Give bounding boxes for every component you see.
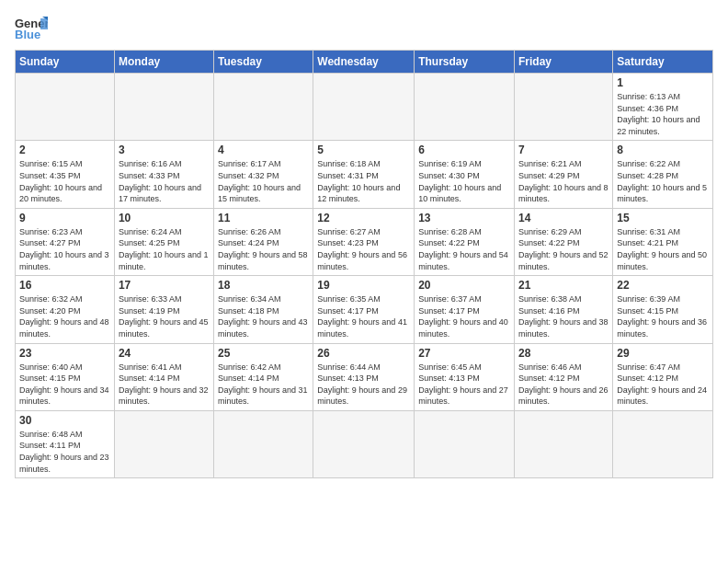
- day-info: Sunrise: 6:27 AM Sunset: 4:23 PM Dayligh…: [317, 226, 410, 272]
- day-info: Sunrise: 6:44 AM Sunset: 4:13 PM Dayligh…: [317, 362, 410, 408]
- calendar-header-monday: Monday: [114, 51, 213, 74]
- calendar-week-row: 1Sunrise: 6:13 AM Sunset: 4:36 PM Daylig…: [16, 74, 713, 141]
- day-number: 19: [317, 279, 410, 292]
- calendar-cell: 15Sunrise: 6:31 AM Sunset: 4:21 PM Dayli…: [613, 208, 713, 275]
- svg-marker-2: [40, 18, 48, 29]
- day-number: 18: [218, 279, 309, 292]
- day-info: Sunrise: 6:23 AM Sunset: 4:27 PM Dayligh…: [19, 226, 110, 272]
- calendar-week-row: 23Sunrise: 6:40 AM Sunset: 4:15 PM Dayli…: [16, 343, 713, 410]
- day-info: Sunrise: 6:38 AM Sunset: 4:16 PM Dayligh…: [518, 293, 609, 339]
- day-info: Sunrise: 6:37 AM Sunset: 4:17 PM Dayligh…: [418, 293, 510, 339]
- calendar-cell: 7Sunrise: 6:21 AM Sunset: 4:29 PM Daylig…: [515, 141, 613, 208]
- calendar-cell: [214, 410, 313, 477]
- calendar-cell: 18Sunrise: 6:34 AM Sunset: 4:18 PM Dayli…: [214, 276, 313, 343]
- day-number: 22: [617, 279, 709, 292]
- calendar-cell: 20Sunrise: 6:37 AM Sunset: 4:17 PM Dayli…: [415, 276, 515, 343]
- calendar-week-row: 9Sunrise: 6:23 AM Sunset: 4:27 PM Daylig…: [16, 208, 713, 275]
- day-number: 15: [617, 212, 709, 224]
- day-info: Sunrise: 6:42 AM Sunset: 4:14 PM Dayligh…: [218, 362, 309, 408]
- day-info: Sunrise: 6:40 AM Sunset: 4:15 PM Dayligh…: [19, 362, 110, 408]
- calendar-cell: 5Sunrise: 6:18 AM Sunset: 4:31 PM Daylig…: [313, 141, 415, 208]
- day-number: 9: [19, 212, 110, 224]
- calendar-cell: [214, 74, 313, 141]
- day-number: 21: [518, 279, 609, 292]
- calendar-cell: 26Sunrise: 6:44 AM Sunset: 4:13 PM Dayli…: [313, 343, 415, 410]
- day-info: Sunrise: 6:19 AM Sunset: 4:30 PM Dayligh…: [418, 158, 510, 204]
- calendar-cell: 21Sunrise: 6:38 AM Sunset: 4:16 PM Dayli…: [515, 276, 613, 343]
- calendar-cell: 16Sunrise: 6:32 AM Sunset: 4:20 PM Dayli…: [16, 276, 115, 343]
- header: General Blue: [15, 15, 713, 40]
- day-number: 4: [218, 144, 309, 156]
- day-info: Sunrise: 6:21 AM Sunset: 4:29 PM Dayligh…: [518, 158, 609, 204]
- calendar-cell: 23Sunrise: 6:40 AM Sunset: 4:15 PM Dayli…: [16, 343, 115, 410]
- calendar-cell: 3Sunrise: 6:16 AM Sunset: 4:33 PM Daylig…: [114, 141, 213, 208]
- calendar-cell: [515, 74, 613, 141]
- calendar-cell: 27Sunrise: 6:45 AM Sunset: 4:13 PM Dayli…: [415, 343, 515, 410]
- day-info: Sunrise: 6:41 AM Sunset: 4:14 PM Dayligh…: [119, 362, 210, 408]
- day-number: 11: [218, 212, 309, 224]
- calendar-cell: 25Sunrise: 6:42 AM Sunset: 4:14 PM Dayli…: [214, 343, 313, 410]
- calendar-cell: 28Sunrise: 6:46 AM Sunset: 4:12 PM Dayli…: [515, 343, 613, 410]
- calendar-cell: 6Sunrise: 6:19 AM Sunset: 4:30 PM Daylig…: [415, 141, 515, 208]
- day-number: 5: [317, 144, 410, 156]
- day-number: 28: [518, 347, 609, 360]
- day-number: 6: [418, 144, 510, 156]
- calendar-cell: [415, 410, 515, 477]
- day-info: Sunrise: 6:26 AM Sunset: 4:24 PM Dayligh…: [218, 226, 309, 272]
- calendar-cell: 4Sunrise: 6:17 AM Sunset: 4:32 PM Daylig…: [214, 141, 313, 208]
- day-info: Sunrise: 6:29 AM Sunset: 4:22 PM Dayligh…: [518, 226, 609, 272]
- calendar-cell: 10Sunrise: 6:24 AM Sunset: 4:25 PM Dayli…: [114, 208, 213, 275]
- generalblue-logo-icon: General Blue: [15, 15, 48, 40]
- day-number: 3: [119, 144, 210, 156]
- day-info: Sunrise: 6:31 AM Sunset: 4:21 PM Dayligh…: [617, 226, 709, 272]
- day-info: Sunrise: 6:15 AM Sunset: 4:35 PM Dayligh…: [19, 158, 110, 204]
- day-info: Sunrise: 6:17 AM Sunset: 4:32 PM Dayligh…: [218, 158, 309, 204]
- calendar-cell: 11Sunrise: 6:26 AM Sunset: 4:24 PM Dayli…: [214, 208, 313, 275]
- day-info: Sunrise: 6:28 AM Sunset: 4:22 PM Dayligh…: [418, 226, 510, 272]
- calendar-header-row: SundayMondayTuesdayWednesdayThursdayFrid…: [16, 51, 713, 74]
- day-info: Sunrise: 6:22 AM Sunset: 4:28 PM Dayligh…: [617, 158, 709, 204]
- day-info: Sunrise: 6:48 AM Sunset: 4:11 PM Dayligh…: [19, 429, 110, 475]
- day-info: Sunrise: 6:47 AM Sunset: 4:12 PM Dayligh…: [617, 362, 709, 408]
- calendar-header-friday: Friday: [515, 51, 613, 74]
- calendar-cell: [313, 410, 415, 477]
- day-number: 23: [19, 347, 110, 360]
- calendar-cell: 9Sunrise: 6:23 AM Sunset: 4:27 PM Daylig…: [16, 208, 115, 275]
- day-number: 14: [518, 212, 609, 224]
- calendar-cell: 30Sunrise: 6:48 AM Sunset: 4:11 PM Dayli…: [16, 410, 115, 477]
- calendar-cell: 13Sunrise: 6:28 AM Sunset: 4:22 PM Dayli…: [415, 208, 515, 275]
- calendar-header-tuesday: Tuesday: [214, 51, 313, 74]
- logo: General Blue: [15, 15, 48, 40]
- calendar-week-row: 16Sunrise: 6:32 AM Sunset: 4:20 PM Dayli…: [16, 276, 713, 343]
- page: General Blue SundayMondayTuesdayWednesda…: [0, 0, 728, 563]
- day-info: Sunrise: 6:39 AM Sunset: 4:15 PM Dayligh…: [617, 293, 709, 339]
- calendar-cell: 17Sunrise: 6:33 AM Sunset: 4:19 PM Dayli…: [114, 276, 213, 343]
- day-number: 27: [418, 347, 510, 360]
- calendar-cell: 19Sunrise: 6:35 AM Sunset: 4:17 PM Dayli…: [313, 276, 415, 343]
- day-info: Sunrise: 6:13 AM Sunset: 4:36 PM Dayligh…: [617, 91, 709, 137]
- calendar-cell: 12Sunrise: 6:27 AM Sunset: 4:23 PM Dayli…: [313, 208, 415, 275]
- day-number: 30: [19, 414, 110, 427]
- day-info: Sunrise: 6:16 AM Sunset: 4:33 PM Dayligh…: [119, 158, 210, 204]
- day-number: 26: [317, 347, 410, 360]
- day-info: Sunrise: 6:24 AM Sunset: 4:25 PM Dayligh…: [119, 226, 210, 272]
- day-number: 17: [119, 279, 210, 292]
- calendar-cell: [114, 74, 213, 141]
- day-info: Sunrise: 6:18 AM Sunset: 4:31 PM Dayligh…: [317, 158, 410, 204]
- day-number: 29: [617, 347, 709, 360]
- calendar-header-sunday: Sunday: [16, 51, 115, 74]
- calendar-header-thursday: Thursday: [415, 51, 515, 74]
- calendar-cell: 14Sunrise: 6:29 AM Sunset: 4:22 PM Dayli…: [515, 208, 613, 275]
- day-number: 2: [19, 144, 110, 156]
- day-number: 1: [617, 76, 709, 89]
- calendar-cell: 24Sunrise: 6:41 AM Sunset: 4:14 PM Dayli…: [114, 343, 213, 410]
- calendar-cell: 29Sunrise: 6:47 AM Sunset: 4:12 PM Dayli…: [613, 343, 713, 410]
- day-info: Sunrise: 6:46 AM Sunset: 4:12 PM Dayligh…: [518, 362, 609, 408]
- calendar-cell: [313, 74, 415, 141]
- calendar-header-saturday: Saturday: [613, 51, 713, 74]
- day-info: Sunrise: 6:45 AM Sunset: 4:13 PM Dayligh…: [418, 362, 510, 408]
- day-info: Sunrise: 6:32 AM Sunset: 4:20 PM Dayligh…: [19, 293, 110, 339]
- day-number: 12: [317, 212, 410, 224]
- calendar-cell: [515, 410, 613, 477]
- day-number: 24: [119, 347, 210, 360]
